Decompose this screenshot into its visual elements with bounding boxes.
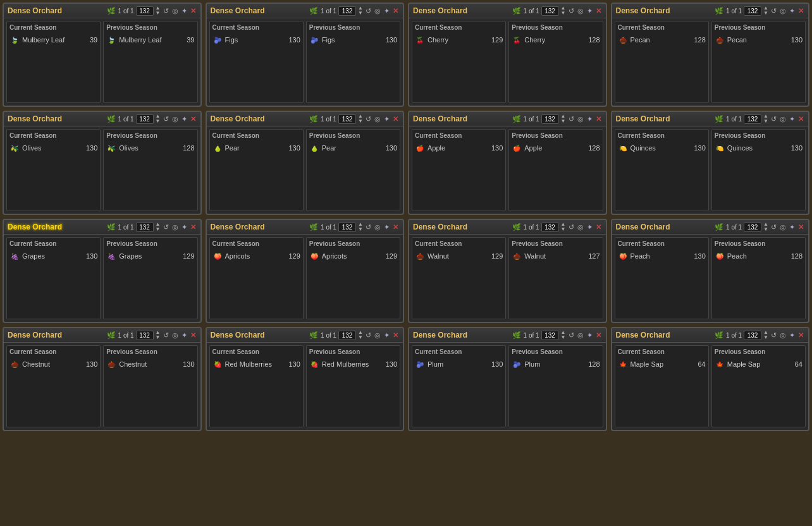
capacity-input[interactable] bbox=[136, 331, 154, 340]
capacity-stepper[interactable]: ▲ ▼ bbox=[763, 222, 768, 232]
capacity-input[interactable] bbox=[541, 114, 559, 124]
down-arrow[interactable]: ▼ bbox=[358, 119, 363, 124]
down-arrow[interactable]: ▼ bbox=[763, 119, 768, 124]
capacity-stepper[interactable]: ▲ ▼ bbox=[763, 114, 768, 124]
capacity-stepper[interactable]: ▲ ▼ bbox=[561, 222, 566, 232]
close-icon[interactable]: ✕ bbox=[392, 7, 399, 15]
capacity-input[interactable] bbox=[136, 223, 154, 232]
pin-icon[interactable]: ✦ bbox=[586, 7, 593, 15]
refresh-icon[interactable]: ↺ bbox=[365, 331, 372, 339]
pin-icon[interactable]: ✦ bbox=[586, 115, 593, 123]
capacity-stepper[interactable]: ▲ ▼ bbox=[156, 6, 161, 16]
down-arrow[interactable]: ▼ bbox=[156, 11, 161, 16]
pin-icon[interactable]: ✦ bbox=[383, 115, 390, 123]
close-icon[interactable]: ✕ bbox=[392, 115, 399, 123]
refresh-icon[interactable]: ↺ bbox=[770, 223, 777, 231]
down-arrow[interactable]: ▼ bbox=[763, 227, 768, 232]
refresh-icon[interactable]: ↺ bbox=[365, 223, 372, 231]
capacity-input[interactable] bbox=[541, 223, 559, 232]
capacity-stepper[interactable]: ▲ ▼ bbox=[156, 330, 161, 340]
refresh-icon[interactable]: ↺ bbox=[163, 7, 169, 15]
capacity-stepper[interactable]: ▲ ▼ bbox=[358, 222, 363, 232]
eye-icon[interactable]: ◎ bbox=[374, 331, 381, 339]
close-icon[interactable]: ✕ bbox=[595, 331, 602, 339]
eye-icon[interactable]: ◎ bbox=[577, 223, 584, 231]
refresh-icon[interactable]: ↺ bbox=[770, 115, 777, 123]
refresh-icon[interactable]: ↺ bbox=[568, 7, 575, 15]
eye-icon[interactable]: ◎ bbox=[577, 331, 584, 339]
down-arrow[interactable]: ▼ bbox=[358, 335, 363, 340]
capacity-input[interactable] bbox=[136, 6, 154, 16]
down-arrow[interactable]: ▼ bbox=[156, 119, 161, 124]
pin-icon[interactable]: ✦ bbox=[181, 223, 188, 231]
capacity-input[interactable] bbox=[338, 223, 356, 232]
down-arrow[interactable]: ▼ bbox=[561, 335, 566, 340]
close-icon[interactable]: ✕ bbox=[797, 115, 804, 123]
eye-icon[interactable]: ◎ bbox=[171, 331, 179, 339]
refresh-icon[interactable]: ↺ bbox=[163, 223, 169, 231]
eye-icon[interactable]: ◎ bbox=[779, 223, 787, 231]
capacity-stepper[interactable]: ▲ ▼ bbox=[358, 6, 363, 16]
pin-icon[interactable]: ✦ bbox=[789, 7, 796, 15]
down-arrow[interactable]: ▼ bbox=[561, 119, 566, 124]
eye-icon[interactable]: ◎ bbox=[779, 7, 787, 15]
close-icon[interactable]: ✕ bbox=[595, 115, 602, 123]
close-icon[interactable]: ✕ bbox=[595, 7, 602, 15]
capacity-input[interactable] bbox=[338, 114, 356, 124]
capacity-stepper[interactable]: ▲ ▼ bbox=[358, 330, 363, 340]
capacity-stepper[interactable]: ▲ ▼ bbox=[763, 330, 768, 340]
pin-icon[interactable]: ✦ bbox=[586, 331, 593, 339]
down-arrow[interactable]: ▼ bbox=[561, 11, 566, 16]
pin-icon[interactable]: ✦ bbox=[383, 331, 390, 339]
refresh-icon[interactable]: ↺ bbox=[163, 331, 169, 339]
refresh-icon[interactable]: ↺ bbox=[770, 331, 777, 339]
down-arrow[interactable]: ▼ bbox=[763, 335, 768, 340]
down-arrow[interactable]: ▼ bbox=[358, 227, 363, 232]
eye-icon[interactable]: ◎ bbox=[374, 115, 381, 123]
pin-icon[interactable]: ✦ bbox=[586, 223, 593, 231]
refresh-icon[interactable]: ↺ bbox=[568, 115, 575, 123]
pin-icon[interactable]: ✦ bbox=[181, 331, 188, 339]
close-icon[interactable]: ✕ bbox=[392, 331, 399, 339]
close-icon[interactable]: ✕ bbox=[797, 7, 804, 15]
eye-icon[interactable]: ◎ bbox=[171, 7, 179, 15]
capacity-input[interactable] bbox=[541, 331, 559, 340]
capacity-stepper[interactable]: ▲ ▼ bbox=[156, 114, 161, 124]
eye-icon[interactable]: ◎ bbox=[779, 115, 787, 123]
capacity-input[interactable] bbox=[744, 114, 761, 124]
close-icon[interactable]: ✕ bbox=[797, 331, 804, 339]
pin-icon[interactable]: ✦ bbox=[789, 115, 796, 123]
capacity-stepper[interactable]: ▲ ▼ bbox=[561, 330, 566, 340]
eye-icon[interactable]: ◎ bbox=[577, 7, 584, 15]
capacity-input[interactable] bbox=[338, 6, 356, 16]
refresh-icon[interactable]: ↺ bbox=[365, 115, 372, 123]
refresh-icon[interactable]: ↺ bbox=[163, 115, 169, 123]
capacity-input[interactable] bbox=[541, 6, 559, 16]
capacity-stepper[interactable]: ▲ ▼ bbox=[763, 6, 768, 16]
down-arrow[interactable]: ▼ bbox=[156, 227, 161, 232]
down-arrow[interactable]: ▼ bbox=[561, 227, 566, 232]
eye-icon[interactable]: ◎ bbox=[374, 223, 381, 231]
close-icon[interactable]: ✕ bbox=[190, 223, 197, 231]
eye-icon[interactable]: ◎ bbox=[779, 331, 787, 339]
refresh-icon[interactable]: ↺ bbox=[770, 7, 777, 15]
close-icon[interactable]: ✕ bbox=[797, 223, 804, 231]
pin-icon[interactable]: ✦ bbox=[789, 331, 796, 339]
capacity-input[interactable] bbox=[136, 114, 154, 124]
capacity-input[interactable] bbox=[744, 223, 761, 232]
pin-icon[interactable]: ✦ bbox=[383, 7, 390, 15]
refresh-icon[interactable]: ↺ bbox=[365, 7, 372, 15]
capacity-input[interactable] bbox=[744, 6, 761, 16]
down-arrow[interactable]: ▼ bbox=[358, 11, 363, 16]
close-icon[interactable]: ✕ bbox=[190, 331, 197, 339]
pin-icon[interactable]: ✦ bbox=[181, 7, 188, 15]
pin-icon[interactable]: ✦ bbox=[789, 223, 796, 231]
eye-icon[interactable]: ◎ bbox=[171, 115, 179, 123]
capacity-stepper[interactable]: ▲ ▼ bbox=[561, 6, 566, 16]
refresh-icon[interactable]: ↺ bbox=[568, 331, 575, 339]
capacity-stepper[interactable]: ▲ ▼ bbox=[561, 114, 566, 124]
capacity-input[interactable] bbox=[744, 331, 761, 340]
eye-icon[interactable]: ◎ bbox=[171, 223, 179, 231]
down-arrow[interactable]: ▼ bbox=[156, 335, 161, 340]
pin-icon[interactable]: ✦ bbox=[383, 223, 390, 231]
